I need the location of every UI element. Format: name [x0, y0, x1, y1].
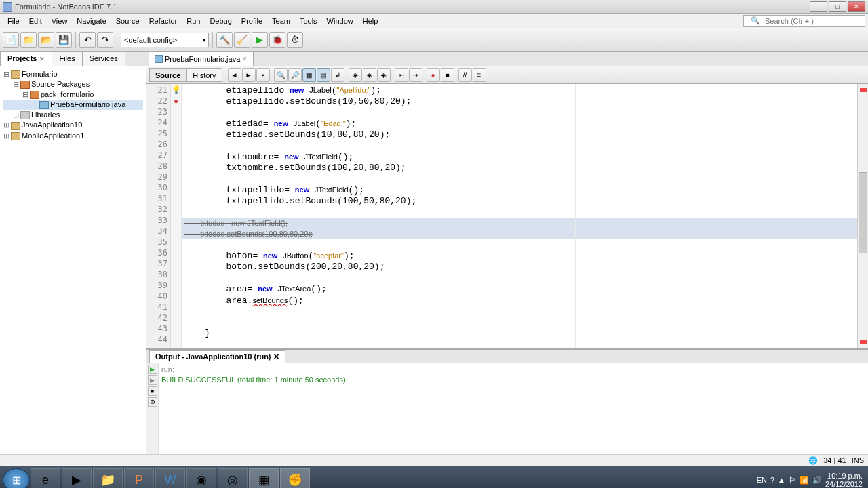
close-icon[interactable]: ✕ — [39, 56, 45, 62]
taskbar-ppt[interactable]: P — [124, 468, 154, 488]
maximize-button[interactable]: □ — [829, 1, 846, 12]
next-bm-button[interactable]: ◈ — [363, 68, 376, 82]
taskbar-chrome[interactable]: ◎ — [218, 468, 248, 488]
clean-build-button[interactable]: 🧹 — [234, 32, 250, 48]
tree-mobile[interactable]: MobileApplication1 — [22, 131, 84, 140]
network-icon[interactable]: 📶 — [800, 476, 809, 485]
source-button[interactable]: Source — [149, 68, 186, 82]
menu-source[interactable]: Source — [111, 17, 144, 25]
search-input[interactable] — [765, 17, 863, 25]
tray-icon[interactable]: ? — [770, 476, 774, 484]
main-toolbar: 📄 📁 📂 💾 ↶ ↷ <default config> 🔨 🧹 ▶ 🐞 ⏱ — [0, 28, 868, 52]
menu-view[interactable]: View — [47, 17, 73, 25]
clock[interactable]: 10:19 p.m. 24/12/2012 — [825, 472, 863, 488]
build-button[interactable]: 🔨 — [216, 32, 233, 48]
tree-package[interactable]: pack_formulario — [41, 90, 94, 98]
lang-indicator[interactable]: EN — [757, 476, 767, 484]
taskbar-ie[interactable]: e — [31, 468, 60, 488]
code-area[interactable]: etiapellido=new JLabel("Apellido:"); eti… — [182, 84, 868, 348]
menu-profile[interactable]: Profile — [237, 17, 267, 25]
close-icon[interactable]: ✕ — [273, 352, 279, 361]
tray-icon[interactable]: 🏳 — [789, 476, 796, 484]
taskbar-explorer[interactable]: 📁 — [93, 468, 123, 488]
error-marker[interactable] — [860, 88, 867, 92]
tree-libs[interactable]: Libraries — [31, 110, 60, 119]
tray-icon[interactable]: ▲ — [778, 476, 785, 484]
glyph-margin: 💡 ● — [171, 84, 182, 348]
rerun-button[interactable]: ▶ — [148, 365, 157, 374]
scrollbar-thumb[interactable] — [859, 172, 867, 253]
menu-edit[interactable]: Edit — [24, 17, 47, 25]
menu-refactor[interactable]: Refactor — [144, 17, 182, 25]
taskbar-word[interactable]: W — [155, 468, 185, 488]
wrap-button[interactable]: ↲ — [331, 68, 344, 82]
minimize-button[interactable]: — — [810, 1, 827, 12]
output-gutter: ▶ ▶ ■ ⚙ — [146, 363, 159, 454]
output-text[interactable]: run: BUILD SUCCESSFUL (total time: 1 min… — [159, 363, 349, 454]
left-tabs: Projects✕ Files Services — [0, 52, 146, 66]
bookmark-button[interactable]: ◈ — [349, 68, 362, 82]
close-button[interactable]: ✕ — [848, 1, 865, 12]
save-all-button[interactable]: 💾 — [56, 32, 72, 48]
quick-search[interactable]: 🔍 — [743, 15, 865, 27]
tree-sourcepkg[interactable]: Source Packages — [31, 80, 90, 88]
run-button[interactable]: ▶ — [252, 32, 268, 48]
history-button[interactable]: History — [186, 68, 222, 82]
shift-right-button[interactable]: ⇥ — [409, 68, 422, 82]
taskbar: ⊞ e ▶ 📁 P W ◉ ◎ ▦ ✊ EN ? ▲ 🏳 📶 🔊 10:19 p… — [0, 466, 868, 488]
redo-button[interactable]: ↷ — [97, 32, 113, 48]
macro-rec-button[interactable]: ● — [427, 68, 440, 82]
project-tree[interactable]: ⊟Formulario ⊟Source Packages ⊟pack_formu… — [0, 66, 146, 454]
menu-window[interactable]: Window — [322, 17, 358, 25]
menu-team[interactable]: Team — [267, 17, 295, 25]
comment-button[interactable]: // — [458, 68, 472, 82]
macro-stop-button[interactable]: ■ — [441, 68, 454, 82]
menu-help[interactable]: Help — [358, 17, 383, 25]
taskbar-app2[interactable]: ✊ — [280, 468, 310, 488]
taskbar-app1[interactable]: ◉ — [186, 468, 216, 488]
menu-navigate[interactable]: Navigate — [72, 17, 111, 25]
new-file-button[interactable]: 📄 — [3, 32, 19, 48]
taskbar-media[interactable]: ▶ — [62, 468, 92, 488]
config-combo[interactable]: <default config> — [121, 33, 209, 47]
find-button[interactable]: 🔍 — [274, 68, 288, 82]
shift-left-button[interactable]: ⇤ — [395, 68, 408, 82]
new-project-button[interactable]: 📁 — [20, 32, 37, 48]
tab-services[interactable]: Services — [82, 52, 125, 66]
error-marker[interactable] — [860, 340, 867, 344]
tree-file[interactable]: PruebaFormulario.java — [50, 100, 125, 108]
tab-projects[interactable]: Projects✕ — [0, 52, 52, 66]
tab-files[interactable]: Files — [52, 52, 82, 66]
globe-icon: 🌐 — [808, 456, 818, 465]
back-button[interactable]: ◄ — [228, 68, 241, 82]
prev-bm-button[interactable]: ◈ — [377, 68, 391, 82]
uncomment-button[interactable]: ≡ — [473, 68, 486, 82]
undo-button[interactable]: ↶ — [79, 32, 96, 48]
project-icon — [11, 70, 20, 79]
code-editor[interactable]: 21 22 23 24 25 26 27 28 29 30 31 32 33 3… — [146, 84, 868, 348]
toggle-button[interactable]: ▤ — [317, 68, 330, 82]
menu-tools[interactable]: Tools — [295, 17, 322, 25]
menu-file[interactable]: File — [3, 17, 24, 25]
start-button[interactable]: ⊞ — [3, 468, 30, 488]
forward-button[interactable]: ► — [242, 68, 256, 82]
tree-app10[interactable]: JavaApplication10 — [22, 121, 82, 129]
tree-project[interactable]: Formulario — [22, 70, 58, 78]
system-tray[interactable]: EN ? ▲ 🏳 📶 🔊 10:19 p.m. 24/12/2012 — [757, 472, 865, 488]
editor-tab[interactable]: PruebaFormulario.java✕ — [149, 52, 254, 66]
profile-button[interactable]: ⏱ — [287, 32, 303, 48]
close-icon[interactable]: ✕ — [242, 56, 248, 62]
volume-icon[interactable]: 🔊 — [812, 476, 822, 485]
output-tab[interactable]: Output - JavaApplication10 (run)✕ — [149, 350, 285, 363]
debug-button[interactable]: 🐞 — [269, 32, 285, 48]
box-button[interactable]: ▪ — [256, 68, 270, 82]
settings-button[interactable]: ⚙ — [148, 397, 157, 407]
stop-button[interactable]: ■ — [148, 386, 157, 396]
open-button[interactable]: 📂 — [38, 32, 54, 48]
rerun-alt-button[interactable]: ▶ — [148, 375, 157, 385]
menu-debug[interactable]: Debug — [205, 17, 236, 25]
find-prev-button[interactable]: 🔎 — [288, 68, 302, 82]
highlight-button[interactable]: ▦ — [302, 68, 316, 82]
taskbar-netbeans[interactable]: ▦ — [249, 468, 279, 488]
menu-run[interactable]: Run — [182, 17, 205, 25]
